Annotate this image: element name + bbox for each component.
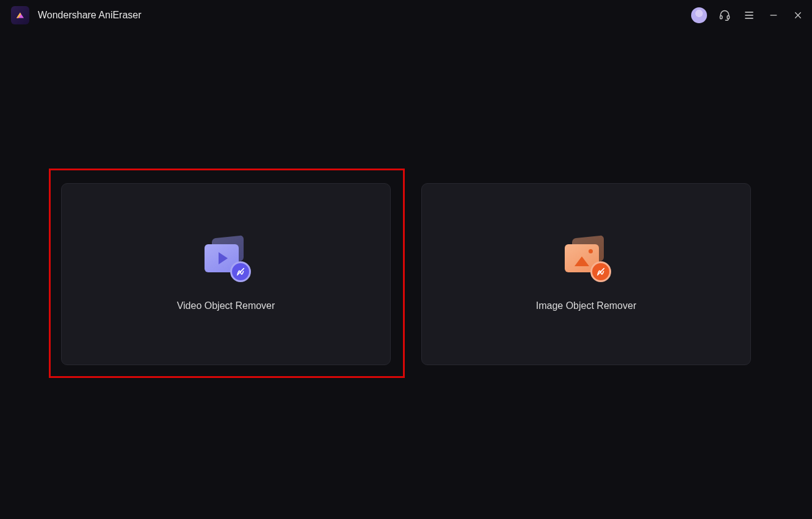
video-object-remover-card[interactable]: Video Object Remover: [61, 183, 391, 365]
menu-button[interactable]: [742, 9, 756, 22]
svg-rect-1: [727, 16, 729, 19]
erase-badge-icon: [596, 267, 606, 277]
image-card-label: Image Object Remover: [536, 300, 637, 311]
titlebar-actions: [691, 7, 805, 23]
close-icon: [793, 10, 803, 20]
video-card-wrap: Video Object Remover: [61, 183, 391, 365]
close-button[interactable]: [791, 9, 805, 22]
video-card-label: Video Object Remover: [177, 300, 275, 311]
app-logo-icon: [15, 10, 26, 21]
minimize-button[interactable]: [767, 9, 780, 22]
minimize-icon: [769, 10, 778, 20]
erase-badge-icon: [236, 267, 245, 277]
app-title: Wondershare AniEraser: [38, 10, 142, 21]
image-object-remover-card[interactable]: Image Object Remover: [421, 183, 751, 365]
main-area: Video Object Remover: [0, 31, 812, 519]
avatar[interactable]: [691, 7, 707, 23]
app-logo: [11, 6, 29, 24]
video-remove-icon: [203, 237, 248, 280]
image-card-wrap: Image Object Remover: [421, 183, 751, 365]
headset-icon: [719, 9, 731, 21]
feature-card-row: Video Object Remover: [61, 183, 751, 365]
image-remove-icon: [564, 237, 609, 280]
support-button[interactable]: [718, 9, 731, 22]
svg-rect-0: [720, 16, 722, 19]
hamburger-icon: [743, 9, 755, 21]
titlebar: Wondershare AniEraser: [0, 0, 812, 31]
